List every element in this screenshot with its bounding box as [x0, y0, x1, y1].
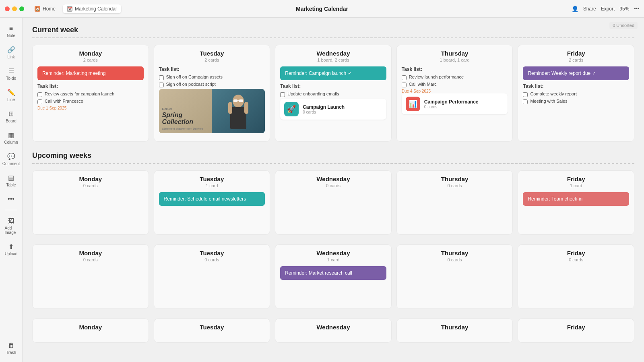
thursday-task-list-label: Task list:: [402, 66, 508, 72]
upcoming-1-tuesday-reminder[interactable]: Reminder: Schedule email newsletters: [159, 192, 265, 206]
thursday-task-1-text: Review launch performance: [409, 74, 464, 79]
day-thursday: Thursday 1 board, 1 card Task list: Revi…: [396, 45, 513, 142]
export-button[interactable]: Export: [601, 6, 615, 12]
friday-task-1-checkbox[interactable]: [523, 92, 528, 97]
line-icon: ✏️: [7, 89, 15, 96]
sidebar-item-board[interactable]: ⊞ Board: [2, 108, 21, 126]
sidebar-item-line[interactable]: ✏️ Line: [2, 86, 21, 104]
sidebar-item-table[interactable]: ▤ Table: [2, 172, 21, 190]
sidebar-item-more[interactable]: •••: [2, 193, 21, 205]
monday-reminder[interactable]: Reminder: Marketing meeting: [37, 66, 144, 80]
wednesday-task-1-checkbox[interactable]: [280, 92, 285, 97]
tuesday-task-list-label: Task list:: [159, 66, 265, 72]
titlebar-actions: 👤 Share Export 95% •••: [572, 6, 639, 12]
monday-task-1-checkbox[interactable]: [37, 92, 42, 97]
sidebar-item-upload[interactable]: ⬆ Upload: [2, 240, 21, 259]
sidebar-item-comment[interactable]: 💬 Comment: [2, 150, 21, 168]
wednesday-board[interactable]: 🚀 Campaign Launch 0 cards: [280, 99, 386, 120]
tab-calendar-label: Marketing Calendar: [75, 6, 117, 12]
thursday-task-1-checkbox[interactable]: [402, 75, 407, 80]
sidebar-link-label: Link: [7, 55, 14, 59]
wednesday-task-1: Update onboarding emails: [280, 91, 386, 97]
sidebar-add-image-label: Add Image: [5, 226, 18, 235]
sidebar-column-label: Column: [4, 140, 18, 145]
current-week-grid: Monday 2 cards Reminder: Marketing meeti…: [32, 45, 634, 142]
minimize-button[interactable]: [12, 6, 17, 11]
sidebar-item-link[interactable]: 🔗 Link: [2, 43, 21, 62]
tab-marketing-calendar[interactable]: 📅 Marketing Calendar: [63, 4, 121, 13]
more-button[interactable]: •••: [634, 6, 639, 12]
upcoming-1-wednesday: Wednesday 0 cards: [275, 170, 392, 235]
friday-count: 2 cards: [523, 58, 629, 62]
window-controls: [5, 6, 24, 11]
thursday-task-2: Call with Marc: [402, 82, 508, 87]
thursday-task-2-checkbox[interactable]: [402, 83, 407, 87]
upcoming-2-friday-count: 0 cards: [523, 257, 629, 262]
upcoming-weeks-section: Upcoming weeks Monday 0 cards Tuesday 1 …: [32, 151, 634, 343]
campaign-launch-icon: 🚀: [284, 102, 299, 116]
sidebar-item-todo[interactable]: ☰ To-do: [2, 65, 21, 83]
upcoming-2-wednesday-reminder[interactable]: Reminder: Market research call: [280, 266, 386, 280]
wednesday-name: Wednesday: [280, 50, 386, 57]
tuesday-image-card[interactable]: Dekker SpringCollection Statement sneake…: [159, 89, 265, 133]
sidebar-line-label: Line: [7, 97, 15, 102]
friday-task-2-checkbox[interactable]: [523, 99, 528, 104]
column-icon: ▦: [8, 131, 14, 139]
tuesday-image: Dekker SpringCollection Statement sneake…: [159, 89, 265, 133]
monday-task-2-checkbox[interactable]: [37, 99, 42, 104]
sidebar-trash-label: Trash: [6, 350, 16, 355]
sidebar-item-trash[interactable]: 🗑 Trash: [2, 339, 21, 357]
friday-task-2-text: Meeting with Sales: [530, 99, 567, 103]
sidebar-item-add-image[interactable]: 🖼 Add Image: [2, 215, 21, 237]
zoom-button[interactable]: 95%: [619, 6, 629, 12]
upcoming-1-monday-name: Monday: [37, 176, 144, 182]
table-icon: ▤: [8, 174, 14, 182]
monday-name: Monday: [37, 50, 144, 57]
thursday-board[interactable]: 📊 Campaign Performance 0 cards: [402, 93, 508, 114]
add-image-icon: 🖼: [8, 217, 14, 225]
wednesday-reminder[interactable]: Reminder: Campaign launch ✓: [280, 66, 386, 80]
upcoming-1-friday-reminder[interactable]: Reminder: Team check-in: [523, 192, 629, 206]
svg-rect-1: [230, 107, 246, 129]
tuesday-task-2-text: Sign off on podcast script: [166, 82, 216, 87]
sidebar-comment-label: Comment: [2, 161, 20, 166]
upcoming-1-wednesday-name: Wednesday: [280, 176, 386, 182]
tuesday-name: Tuesday: [159, 50, 265, 57]
campaign-performance-count: 0 cards: [424, 105, 479, 109]
sidebar-divider: [5, 210, 17, 210]
wednesday-task-list-label: Task list:: [280, 83, 386, 89]
home-icon: 🏠: [35, 6, 40, 12]
upcoming-3-friday-name: Friday: [523, 324, 629, 331]
trash-icon: 🗑: [8, 342, 14, 349]
day-tuesday: Tuesday 2 cards Task list: Sign off on C…: [154, 45, 270, 142]
upcoming-2-tuesday-count: 0 cards: [159, 257, 265, 262]
calendar-icon: 📅: [67, 6, 72, 12]
campaign-launch-name: Campaign Launch: [303, 104, 345, 110]
share-button[interactable]: Share: [583, 6, 596, 12]
page-title: Marketing Calendar: [296, 6, 348, 12]
friday-task-1-text: Complete weekly report: [530, 91, 577, 96]
unsorted-button[interactable]: 0 Unsorted: [609, 22, 638, 29]
upcoming-row-1: Monday 0 cards Tuesday 1 card Reminder: …: [32, 170, 634, 235]
upcoming-weeks-title: Upcoming weeks: [32, 151, 634, 160]
tuesday-task-1-checkbox[interactable]: [159, 75, 164, 80]
day-wednesday: Wednesday 1 board, 2 cards Reminder: Cam…: [275, 45, 392, 142]
sidebar-item-note[interactable]: ≡ Note: [2, 23, 21, 40]
friday-name: Friday: [523, 50, 629, 57]
upcoming-2-friday-name: Friday: [523, 250, 629, 257]
friday-reminder[interactable]: Reminder: Weekly report due ✓: [523, 66, 629, 80]
upcoming-1-thursday: Thursday 0 cards: [396, 170, 513, 235]
tab-home-label: Home: [43, 6, 56, 12]
svg-rect-2: [228, 102, 232, 114]
tuesday-task-2-checkbox[interactable]: [159, 83, 164, 87]
maximize-button[interactable]: [19, 6, 24, 11]
friday-task-list-label: Task list:: [523, 83, 629, 89]
sidebar: ≡ Note 🔗 Link ☰ To-do ✏️ Line ⊞ Board ▦ …: [0, 18, 23, 362]
upcoming-1-thursday-name: Thursday: [402, 176, 508, 182]
friday-task-1: Complete weekly report: [523, 91, 629, 97]
tab-home[interactable]: 🏠 Home: [31, 4, 60, 13]
monday-task-2-text: Call with Francesco: [45, 99, 83, 103]
titlebar: 🏠 Home 📅 Marketing Calendar Marketing Ca…: [0, 0, 644, 18]
close-button[interactable]: [5, 6, 10, 11]
sidebar-item-column[interactable]: ▦ Column: [2, 129, 21, 147]
